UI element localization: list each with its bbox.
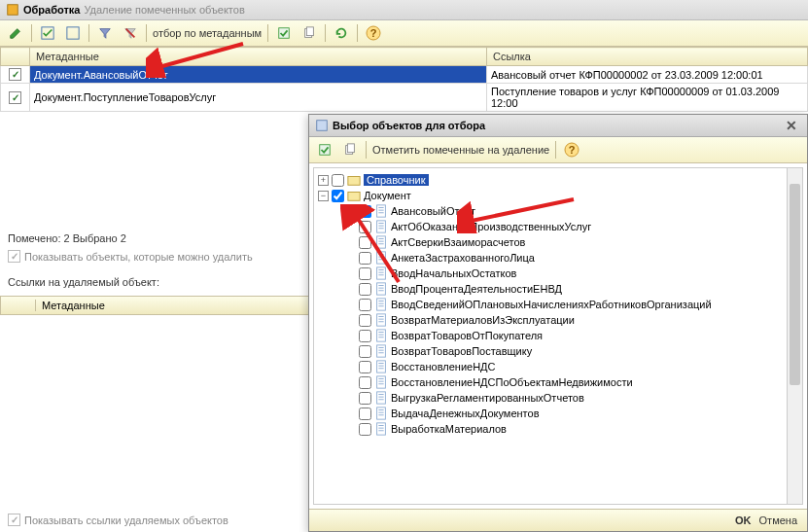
svg-rect-53 (377, 345, 386, 357)
cancel-button[interactable]: Отмена (759, 514, 797, 526)
tree-item[interactable]: ВозвратМатериаловИзЭксплуатации (318, 312, 798, 328)
svg-rect-69 (377, 408, 386, 419)
show-refs-option[interactable]: Показывать ссылки удаляемых объектов (0, 512, 236, 528)
tree-item[interactable]: ВыгрузкаРегламентированныхОтчетов (318, 390, 798, 406)
help-icon[interactable]: ? (364, 23, 383, 43)
item-label: ВыгрузкаРегламентированныхОтчетов (391, 392, 584, 404)
col-metadata[interactable]: Метаданные (30, 48, 487, 66)
tree-item[interactable]: АктОбОказанииПроизводственныхУслуг (318, 219, 798, 234)
tree-item[interactable]: АвансовыйОтчет (318, 203, 798, 219)
filter-clear-icon[interactable] (121, 23, 140, 43)
refs-col-metadata[interactable]: Метаданные (42, 300, 105, 311)
edit-icon[interactable] (6, 23, 25, 43)
item-checkbox[interactable] (359, 252, 371, 265)
svg-rect-10 (320, 145, 331, 156)
node-checkbox[interactable] (332, 190, 344, 202)
svg-rect-25 (377, 236, 386, 248)
document-icon (374, 251, 388, 265)
item-label: ВозвратТоваровПоставщику (391, 345, 532, 357)
refresh-icon[interactable] (332, 23, 351, 43)
metadata-tree[interactable]: + Справочник − Документ АвансовыйОтчетАк… (313, 167, 803, 505)
svg-rect-33 (377, 267, 386, 279)
item-checkbox[interactable] (359, 236, 371, 249)
item-checkbox[interactable] (359, 314, 371, 327)
close-icon[interactable]: ✕ (782, 118, 801, 133)
filter-icon[interactable] (95, 23, 115, 43)
tree-item[interactable]: АнкетаЗастрахованногоЛица (318, 250, 798, 266)
item-checkbox[interactable] (359, 423, 371, 436)
dialog-titlebar: Выбор объектов для отбора ✕ (309, 115, 807, 137)
tree-scrollbar[interactable] (787, 168, 802, 504)
svg-text:?: ? (370, 27, 377, 39)
col-reference[interactable]: Ссылка (487, 48, 808, 66)
row-checkbox[interactable] (9, 68, 21, 81)
tree-item[interactable]: ВводНачальныхОстатков (318, 266, 798, 281)
mark-deleted-label[interactable]: Отметить помеченные на удаление (372, 144, 549, 156)
node-checkbox[interactable] (332, 174, 344, 187)
tree-item[interactable]: ВозвратТоваровОтПокупателя (318, 328, 798, 343)
help-icon[interactable]: ? (562, 140, 581, 160)
svg-rect-29 (377, 252, 386, 264)
item-checkbox[interactable] (359, 267, 371, 280)
window-title-b: Удаление помеченных объектов (84, 4, 244, 16)
tree-node-spravochnik[interactable]: + Справочник (318, 172, 798, 188)
filter-dialog: Выбор объектов для отбора ✕ Отметить пом… (308, 114, 808, 532)
svg-rect-6 (307, 27, 314, 36)
item-checkbox[interactable] (359, 330, 371, 342)
tree-node-document[interactable]: − Документ (318, 188, 798, 203)
item-checkbox[interactable] (359, 299, 371, 311)
table-row[interactable]: Документ.ПоступлениеТоваровУслуг Поступл… (1, 84, 808, 112)
tree-item[interactable]: АктСверкиВзаиморасчетов (318, 234, 798, 250)
document-icon (374, 344, 388, 358)
item-label: ВыдачаДенежныхДокументов (391, 408, 540, 419)
document-icon (374, 329, 388, 342)
cell-reference: Поступление товаров и услуг КФП00000009 … (487, 84, 808, 112)
document-icon (374, 313, 388, 327)
item-checkbox[interactable] (359, 392, 371, 405)
copy-icon[interactable] (340, 140, 360, 160)
item-checkbox[interactable] (359, 361, 371, 373)
item-checkbox[interactable] (359, 345, 371, 358)
tree-item[interactable]: ВыдачаДенежныхДокументов (318, 406, 798, 421)
ok-button[interactable]: OK (735, 514, 752, 526)
uncheck-all-icon[interactable] (63, 23, 83, 43)
tree-item[interactable]: ВводСведенийОПлановыхНачисленияхРаботник… (318, 297, 798, 312)
document-icon (374, 407, 388, 420)
set-check-icon[interactable] (274, 23, 294, 43)
row-checkbox[interactable] (9, 91, 21, 104)
tree-item[interactable]: ВыработкаМатериалов (318, 421, 798, 437)
item-label: АвансовыйОтчет (391, 205, 475, 217)
set-check-icon[interactable] (315, 140, 334, 160)
tree-item[interactable]: ВосстановлениеНДС (318, 359, 798, 374)
folder-icon (347, 189, 361, 202)
tree-item[interactable]: ВводПроцентаДеятельностиЕНВД (318, 281, 798, 297)
item-checkbox[interactable] (359, 283, 371, 296)
check-all-icon[interactable] (38, 23, 57, 43)
expand-icon[interactable]: + (318, 175, 329, 186)
document-icon (374, 266, 388, 280)
collapse-icon[interactable]: − (318, 191, 329, 201)
table-row[interactable]: Документ.АвансовыйОтчет Авансовый отчет … (1, 66, 808, 84)
col-check[interactable] (1, 48, 30, 66)
tree-item[interactable]: ВозвратТоваровПоставщику (318, 343, 798, 359)
document-icon (374, 375, 388, 389)
document-icon (374, 220, 388, 233)
document-icon (374, 360, 388, 373)
item-label: ВводСведенийОПлановыхНачисленияхРаботник… (391, 299, 712, 310)
document-icon (374, 298, 388, 311)
svg-rect-15 (348, 177, 360, 186)
item-label: ВводНачальныхОстатков (391, 267, 516, 279)
svg-rect-45 (377, 314, 386, 326)
dialog-icon (315, 119, 329, 132)
tree-item[interactable]: ВосстановлениеНДСПоОбъектамНедвижимости (318, 374, 798, 390)
cell-reference: Авансовый отчет КФП00000002 от 23.03.200… (487, 66, 808, 84)
item-checkbox[interactable] (359, 408, 371, 420)
document-icon (374, 422, 388, 436)
objects-table: Метаданные Ссылка Документ.АвансовыйОтче… (0, 47, 808, 112)
svg-rect-73 (377, 423, 386, 435)
item-checkbox[interactable] (359, 205, 371, 218)
item-checkbox[interactable] (359, 376, 371, 389)
svg-rect-49 (377, 330, 386, 341)
copy-icon[interactable] (299, 23, 319, 43)
item-checkbox[interactable] (359, 221, 371, 233)
